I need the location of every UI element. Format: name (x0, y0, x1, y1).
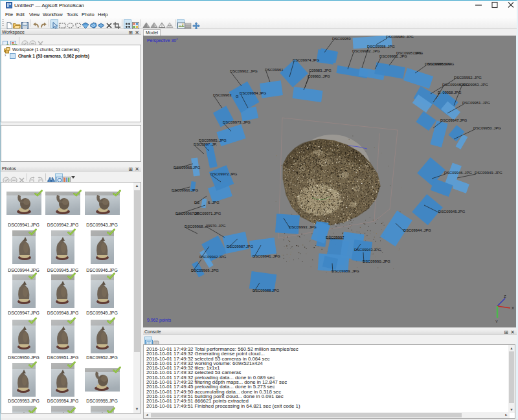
svg-text:DSC09962..JPG: DSC09962..JPG (230, 69, 258, 73)
svg-text:DSC09981..JPG: DSC09981..JPG (379, 54, 407, 58)
svg-text:C09983..JPG: C09983..JPG (309, 69, 332, 72)
svg-text:DSC09958..JPG: DSC09958..JPG (367, 45, 395, 49)
svg-text:DSC09944..JPG: DSC09944..JPG (403, 228, 431, 232)
svg-text:DSC09961: DSC09961 (265, 68, 283, 72)
svg-text:Y: Y (495, 320, 498, 324)
svg-text:DSC09963: DSC09963 (213, 93, 231, 97)
svg-text:DSC09949..JPG: DSC09949..JPG (475, 171, 502, 175)
svg-text:X: X (512, 306, 514, 310)
svg-text:DSC09959: DSC09959 (332, 37, 350, 41)
svg-text:DS: DS (194, 201, 199, 204)
svg-text:DSC09943.JPG: DSC09943.JPG (354, 248, 381, 252)
svg-text:G: G (236, 94, 239, 98)
svg-text:DSC09987.JPG: DSC09987.JPG (227, 245, 254, 249)
svg-text:DSC09989..JPG: DSC09989..JPG (332, 269, 359, 273)
svg-text:DSC09965.JPG: DSC09965.JPG (174, 166, 201, 170)
svg-text:DSC09941..JPG: DSC09941..JPG (253, 254, 280, 258)
svg-text:Perspective 30°: Perspective 30° (147, 38, 178, 43)
svg-text:DSC09969..JPG: DSC09969..JPG (191, 269, 219, 272)
svg-text:DSC09946..JPG: DSC09946..JPG (444, 171, 472, 175)
svg-text:Z: Z (504, 294, 506, 298)
svg-text:DSC09951..JPG: DSC09951..JPG (462, 101, 490, 105)
svg-text:DSC09990..JPG: DSC09990..JPG (363, 260, 390, 263)
svg-text:DSC0997..JP,: DSC0997..JP, (194, 142, 217, 146)
svg-text:DSC09993..JPG: DSC09993..JPG (289, 225, 317, 229)
svg-text:DSC09956.JPG: DSC09956.JPG (427, 62, 455, 66)
svg-text:DSC09947.JPG: DSC09947.JPG (440, 118, 467, 122)
svg-text:DSC09988.JPG: DSC09988.JPG (253, 289, 280, 293)
svg-text:DSC09971.JPG: DSC09971.JPG (194, 212, 221, 216)
svg-text:DSC09953..JPG: DSC09953..JPG (460, 83, 488, 87)
svg-text:9,962 points: 9,962 points (147, 318, 172, 323)
svg-text:DSC09968..s: DSC09968..s (185, 225, 207, 228)
svg-text:D. 09958.JPG: D. 09958.JPG (438, 91, 462, 94)
svg-text:DSC09966.JPG: DSC09966.JPG (172, 188, 199, 192)
svg-text:DSC09974.JPG: DSC09974.JPG (293, 58, 320, 62)
svg-text:DSC09942.JPG: DSC09942.JPG (199, 255, 227, 259)
svg-text:09970..JPG: 09970..JPG (206, 224, 226, 228)
svg-text:DSC09950..JPG: DSC09950..JPG (473, 126, 501, 130)
svg-text:DSC09945.JPG: DSC09945.JPG (438, 210, 466, 214)
svg-text:C09960..JPG: C09960..JPG (308, 74, 330, 78)
svg-text:DSC09972.JPG: DSC09972.JPG (210, 172, 238, 176)
svg-text:DSC09997: DSC09997 (326, 236, 344, 239)
svg-text:DSC09980..JPG: DSC09980..JPG (386, 36, 414, 39)
svg-text:DSC09984.JPG: DSC09984.JPG (240, 91, 267, 95)
svg-text:DSC09973..JPG: DSC09973..JPG (223, 120, 251, 124)
svg-text:DSC09952..JPG: DSC09952..JPG (454, 76, 482, 80)
svg-text:DSC09982..JPG: DSC09982..JPG (352, 49, 380, 53)
svg-text:6..JPG: 6..JPG (208, 201, 220, 204)
